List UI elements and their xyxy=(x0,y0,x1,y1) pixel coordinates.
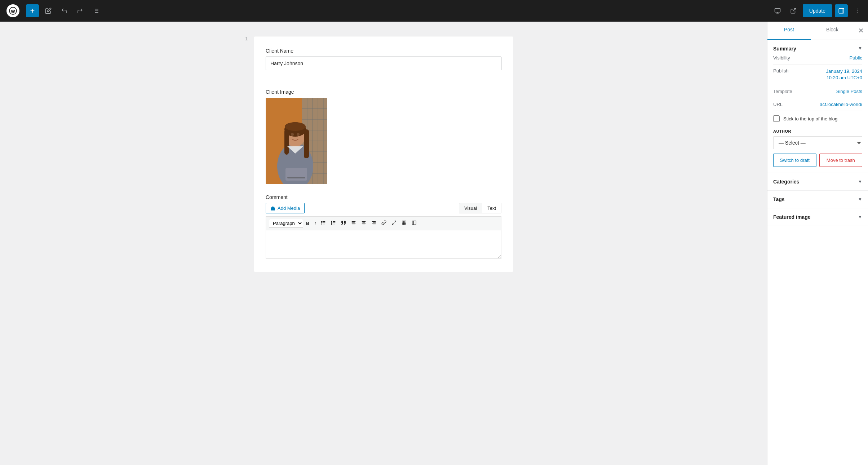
comment-label: Comment xyxy=(266,194,501,200)
template-row: Template Single Posts xyxy=(773,85,862,98)
svg-point-37 xyxy=(291,133,294,136)
edit-pencil-button[interactable] xyxy=(42,4,55,17)
svg-rect-67 xyxy=(402,221,406,225)
client-name-section: Client Name xyxy=(266,48,501,79)
svg-rect-34 xyxy=(284,129,289,155)
publish-value[interactable]: January 19, 2024 10:20 am UTC+0 xyxy=(826,68,862,81)
undo-button[interactable] xyxy=(58,4,71,17)
comment-section: Comment Add Media Visual Text P xyxy=(266,194,501,260)
client-image xyxy=(266,98,327,184)
list-view-button[interactable] xyxy=(89,4,102,17)
close-sidebar-button[interactable]: ✕ xyxy=(854,22,868,40)
client-name-input[interactable] xyxy=(266,57,501,70)
text-tab[interactable]: Text xyxy=(482,203,501,213)
redo-button[interactable] xyxy=(74,4,87,17)
author-label: AUTHOR xyxy=(773,129,862,133)
featured-image-section: Featured image ▼ xyxy=(767,208,868,226)
sidebar-toggle-button[interactable] xyxy=(835,4,848,17)
comment-textarea[interactable] xyxy=(266,230,501,259)
svg-point-38 xyxy=(297,133,300,136)
client-image-section: Client Image xyxy=(266,89,501,184)
stick-to-top-row: Stick to the top of the blog xyxy=(773,111,862,126)
categories-chevron: ▼ xyxy=(858,179,862,184)
line-number: 1 xyxy=(245,36,248,41)
svg-line-65 xyxy=(394,221,396,222)
add-block-button[interactable]: + xyxy=(26,4,39,17)
categories-section: Categories ▼ xyxy=(767,173,868,191)
unordered-list-button[interactable] xyxy=(319,219,328,228)
summary-title: Summary xyxy=(773,46,796,52)
categories-title: Categories xyxy=(773,179,799,185)
editor-content: Client Name Client Image xyxy=(254,36,513,272)
visibility-value[interactable]: Public xyxy=(850,55,862,61)
align-right-button[interactable] xyxy=(369,219,378,228)
ordered-list-button[interactable]: 123 xyxy=(329,219,338,228)
client-image-label: Client Image xyxy=(266,89,501,95)
more-options-button[interactable] xyxy=(851,4,864,17)
svg-text:W: W xyxy=(11,9,15,14)
url-value[interactable]: acf.local/hello-world/ xyxy=(820,102,862,107)
switch-to-draft-button[interactable]: Switch to draft xyxy=(773,154,816,167)
featured-image-header[interactable]: Featured image ▼ xyxy=(773,214,862,220)
external-link-button[interactable] xyxy=(787,4,800,17)
toolbar-right: Update xyxy=(771,4,864,17)
bold-button[interactable]: B xyxy=(304,219,311,227)
summary-section: Summary ▲ Visibility Public Publish Janu… xyxy=(767,40,868,173)
svg-rect-8 xyxy=(775,8,780,12)
align-left-button[interactable] xyxy=(349,219,358,228)
tags-header[interactable]: Tags ▼ xyxy=(773,196,862,202)
formatting-toolbar: Paragraph B I 123 xyxy=(266,216,501,230)
move-to-trash-button[interactable]: Move to trash xyxy=(819,154,863,167)
svg-rect-72 xyxy=(412,221,416,225)
publish-label: Publish xyxy=(773,68,789,74)
client-name-label: Client Name xyxy=(266,48,501,54)
author-select[interactable]: — Select — xyxy=(773,136,862,149)
monitor-icon-button[interactable] xyxy=(771,4,784,17)
tags-title: Tags xyxy=(773,196,785,202)
post-tab[interactable]: Post xyxy=(767,22,811,40)
table-button[interactable] xyxy=(399,219,409,228)
add-media-button[interactable]: Add Media xyxy=(266,203,305,213)
svg-rect-39 xyxy=(285,168,307,181)
block-tab[interactable]: Block xyxy=(811,22,854,40)
svg-rect-12 xyxy=(839,8,844,13)
svg-point-36 xyxy=(285,122,306,131)
paragraph-select[interactable]: Paragraph xyxy=(269,219,303,228)
toggle-toolbar-button[interactable] xyxy=(409,219,419,228)
align-center-button[interactable] xyxy=(359,219,368,228)
toolbar: W + Update xyxy=(0,0,868,22)
main-layout: 1 Client Name Client Image xyxy=(0,22,868,465)
summary-chevron: ▲ xyxy=(858,46,862,51)
url-row: URL acf.local/hello-world/ xyxy=(773,98,862,111)
visibility-row: Visibility Public xyxy=(773,52,862,65)
svg-point-15 xyxy=(857,10,858,11)
action-buttons: Switch to draft Move to trash xyxy=(773,154,862,167)
stick-to-top-label: Stick to the top of the blog xyxy=(783,116,837,121)
template-value[interactable]: Single Posts xyxy=(836,89,862,94)
template-label: Template xyxy=(773,89,792,94)
featured-image-title: Featured image xyxy=(773,214,810,220)
url-label: URL xyxy=(773,102,783,107)
stick-to-top-checkbox[interactable] xyxy=(773,115,780,122)
svg-text:3: 3 xyxy=(331,223,332,225)
link-button[interactable] xyxy=(379,219,389,228)
blockquote-button[interactable] xyxy=(339,219,348,228)
categories-header[interactable]: Categories ▼ xyxy=(773,179,862,185)
summary-header[interactable]: Summary ▲ xyxy=(773,46,862,52)
sidebar-tabs: Post Block ✕ xyxy=(767,22,868,40)
visibility-label: Visibility xyxy=(773,55,790,61)
svg-point-44 xyxy=(321,221,322,222)
visual-text-tabs: Visual Text xyxy=(459,203,501,213)
tags-section: Tags ▼ xyxy=(767,191,868,208)
italic-button[interactable]: I xyxy=(312,219,318,227)
client-image-container[interactable] xyxy=(266,98,327,184)
fullscreen-button[interactable] xyxy=(389,219,399,228)
featured-image-chevron: ▼ xyxy=(858,214,862,220)
editor-area: 1 Client Name Client Image xyxy=(0,22,767,465)
visual-tab[interactable]: Visual xyxy=(459,203,482,213)
sidebar: Post Block ✕ Summary ▲ Visibility Public… xyxy=(767,22,868,465)
author-section: AUTHOR — Select — xyxy=(773,129,862,149)
wp-logo-icon: W xyxy=(6,4,19,17)
svg-point-46 xyxy=(321,224,322,224)
update-button[interactable]: Update xyxy=(803,4,832,17)
